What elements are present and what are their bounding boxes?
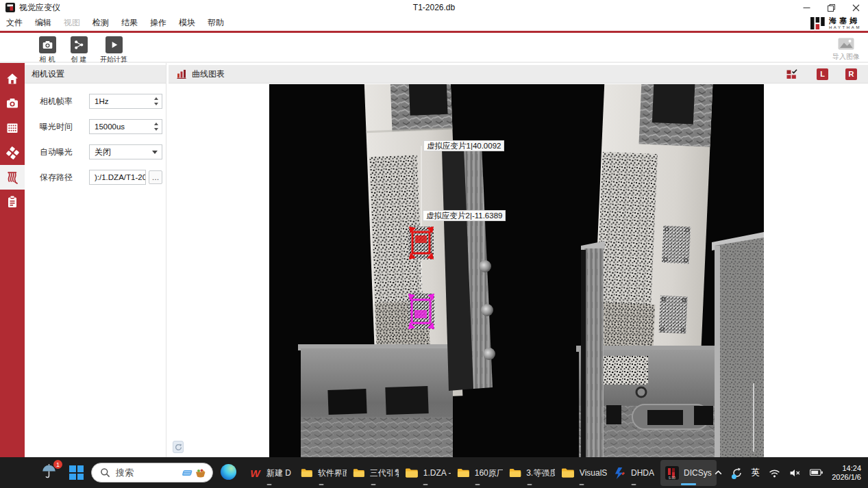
start-calculation-button[interactable]: 开始计算	[95, 36, 133, 64]
basket-image-icon	[195, 467, 206, 478]
virtual-gauge-label-2[interactable]: 虚拟应变片2|-11.6389	[423, 210, 506, 221]
close-icon	[852, 4, 860, 12]
virtual-gauge-marker-1[interactable]	[409, 227, 434, 259]
tray-chevron-up-icon[interactable]	[714, 468, 723, 477]
search-icon	[100, 467, 110, 478]
menu-result[interactable]: 结果	[115, 17, 144, 29]
menu-help[interactable]: 帮助	[201, 17, 230, 29]
svg-text:W: W	[250, 467, 261, 478]
exposure-stepper[interactable]	[151, 120, 162, 133]
exposure-time-label: 曝光时间	[25, 121, 73, 133]
right-camera-button[interactable]: R	[845, 68, 857, 80]
camera-icon	[39, 36, 56, 53]
create-button[interactable]: 创 建	[63, 36, 95, 64]
frame-rate-label: 相机帧率	[25, 96, 73, 107]
taskbar-app-dicsys[interactable]: S-3D DICSys	[660, 460, 717, 486]
sync-status[interactable]	[732, 467, 743, 478]
restore-button[interactable]	[819, 0, 843, 15]
menu-file[interactable]: 文件	[0, 17, 29, 29]
close-button[interactable]	[843, 0, 868, 15]
search-highlight-images[interactable]	[180, 467, 206, 478]
clock-date: 2026/1/6	[832, 473, 861, 482]
restore-icon	[828, 4, 835, 12]
menu-view[interactable]: 视图	[58, 17, 86, 29]
frame-rate-input[interactable]	[90, 94, 151, 108]
start-button[interactable]	[69, 465, 84, 480]
import-image-button[interactable]: 导入图像	[832, 36, 860, 62]
clipboard-icon	[5, 195, 19, 209]
running-indicator	[319, 484, 324, 485]
menu-detect[interactable]: 检测	[86, 17, 115, 29]
battery-icon[interactable]	[810, 469, 823, 476]
virtual-gauge-marker-2[interactable]	[408, 294, 434, 329]
browse-button[interactable]: …	[149, 170, 162, 184]
search-placeholder: 搜索	[116, 467, 134, 479]
taskbar-app-folder-dza[interactable]: 1.DZA -	[400, 460, 451, 486]
rail-item-report[interactable]	[0, 190, 25, 214]
spin-down-icon[interactable]	[154, 103, 158, 105]
input-language-indicator[interactable]: 英	[752, 467, 760, 478]
save-path-input[interactable]	[90, 170, 145, 184]
folder-icon	[509, 467, 521, 478]
image-viewer: 虚拟应变片1|40.0092 虚拟应变片2|-11.6389	[169, 84, 868, 457]
rail-item-mesh[interactable]	[0, 140, 25, 165]
save-path-label: 保存路径	[25, 172, 73, 183]
haytham-mark-icon	[810, 17, 826, 29]
home-icon	[5, 72, 19, 86]
left-camera-button[interactable]: L	[817, 68, 828, 80]
wps-icon: W	[249, 467, 262, 480]
folder-icon	[457, 467, 470, 478]
exposure-time-field	[89, 119, 162, 134]
taskbar-app-dhda[interactable]: DHDA	[608, 460, 659, 486]
rail-item-strain[interactable]	[0, 165, 25, 190]
exposure-time-input[interactable]	[90, 120, 151, 133]
virtual-gauge-label-1[interactable]: 虚拟应变片1|40.0092	[423, 140, 504, 151]
play-icon	[106, 36, 123, 53]
spin-up-icon[interactable]	[154, 123, 158, 125]
running-indicator	[580, 484, 584, 485]
taskbar-clock[interactable]: 14:24 2026/1/6	[832, 464, 861, 482]
menu-operate[interactable]: 操作	[144, 17, 173, 29]
rail-item-camera[interactable]	[0, 91, 25, 116]
minimize-icon	[803, 4, 810, 12]
toolbar: 相 机 创 建 开始计算 导入图像	[0, 33, 868, 63]
spin-down-icon[interactable]	[154, 128, 158, 131]
wifi-icon[interactable]	[769, 468, 780, 478]
frame-rate-stepper[interactable]	[151, 94, 162, 108]
active-indicator	[681, 483, 696, 485]
menu-module[interactable]: 模块	[173, 17, 201, 29]
spin-up-icon[interactable]	[154, 97, 158, 100]
minimize-button[interactable]	[794, 0, 819, 15]
running-indicator	[423, 484, 428, 485]
save-path-field	[89, 170, 146, 185]
auto-exposure-select[interactable]: 关闭	[89, 144, 162, 159]
rail-item-home[interactable]	[0, 66, 25, 91]
camera-icon	[5, 97, 19, 110]
taskbar-app-folder-strength[interactable]: 3.等强度	[504, 460, 555, 486]
taskbar-app-folder-engine[interactable]: 三代引擎	[348, 460, 399, 486]
folder-icon	[353, 467, 365, 478]
menu-edit[interactable]: 编辑	[29, 17, 58, 29]
refresh-button[interactable]	[173, 441, 184, 453]
folder-icon	[405, 467, 419, 478]
taskbar-app-folder-160[interactable]: 160原厂	[452, 460, 503, 486]
brand-name-cn: 海塞姆	[829, 17, 861, 25]
taskbar-app-folder-visuals[interactable]: VisualS	[556, 460, 607, 486]
system-tray: 英 14:24 2026/1/6	[714, 457, 868, 488]
rail-item-grid[interactable]	[0, 116, 25, 140]
stereo-camera-view[interactable]: 虚拟应变片1|40.0092 虚拟应变片2|-11.6389	[269, 84, 764, 457]
taskbar-search[interactable]: 搜索	[91, 463, 213, 483]
taskbar-app-wps[interactable]: W 新建 D	[244, 460, 295, 486]
create-icon	[71, 36, 88, 53]
edge-browser-button[interactable]	[221, 464, 236, 480]
running-indicator	[267, 484, 272, 485]
menubar: 文件 编辑 视图 检测 结果 操作 模块 帮助 海塞姆 HAYTHAM	[0, 15, 868, 31]
grid-matrix-icon	[5, 121, 19, 135]
titlebar: 视觉应变仪 T1-2026.db	[0, 0, 868, 15]
taskbar-app-folder-software[interactable]: 软件界面	[296, 460, 347, 486]
volume-muted-icon[interactable]	[789, 468, 801, 478]
layout-select-icon[interactable]	[786, 69, 797, 79]
strain-lines-icon	[5, 170, 20, 185]
bolt	[481, 304, 493, 316]
camera-button[interactable]: 相 机	[32, 36, 63, 64]
